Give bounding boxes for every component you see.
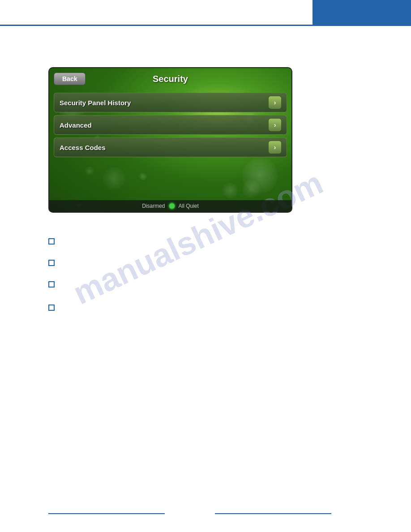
chevron-right-advanced: ›: [269, 119, 281, 131]
bullet-checkbox-2: [48, 260, 55, 266]
security-panel: Back Security Security Panel History › A…: [48, 67, 292, 213]
status-all-quiet: All Quiet: [179, 203, 199, 209]
bullet-checkbox-1: [48, 238, 55, 245]
back-button[interactable]: Back: [54, 73, 86, 85]
status-indicator-dot: [169, 203, 175, 209]
bokeh-5: [242, 180, 260, 198]
bullet-item-4: [48, 304, 362, 313]
menu-item-advanced[interactable]: Advanced ›: [54, 115, 287, 135]
bottom-line-left: [48, 513, 165, 514]
bokeh-8: [103, 167, 125, 189]
menu-item-security-panel-history[interactable]: Security Panel History ›: [54, 93, 287, 112]
status-disarmed: Disarmed: [142, 203, 165, 209]
bullet-text-3: [59, 280, 311, 289]
menu-item-access-codes[interactable]: Access Codes ›: [54, 137, 287, 157]
title-bar: Back Security: [49, 68, 291, 90]
bullet-item-3: [48, 280, 362, 289]
top-blue-bar: [313, 0, 411, 25]
menu-list: Security Panel History › Advanced › Acce…: [54, 93, 287, 157]
bullet-item-2: [48, 259, 362, 266]
status-bar: Disarmed All Quiet: [49, 200, 291, 212]
security-title: Security: [153, 74, 188, 84]
bokeh-9: [139, 172, 147, 180]
menu-item-security-panel-history-label: Security Panel History: [60, 99, 131, 107]
bullet-checkbox-4: [48, 305, 55, 311]
bullet-checkbox-3: [48, 281, 55, 287]
chevron-right-security-panel-history: ›: [269, 96, 281, 109]
menu-item-advanced-label: Advanced: [60, 121, 92, 129]
bokeh-10: [222, 183, 238, 198]
bottom-line-right: [215, 513, 331, 514]
bullet-item-1: [48, 237, 362, 245]
bokeh-3: [85, 167, 94, 176]
top-line: [0, 25, 411, 26]
menu-item-access-codes-label: Access Codes: [60, 144, 106, 151]
bullet-list: [48, 237, 362, 326]
chevron-right-access-codes: ›: [269, 141, 281, 154]
bullet-text-4: [59, 304, 218, 313]
